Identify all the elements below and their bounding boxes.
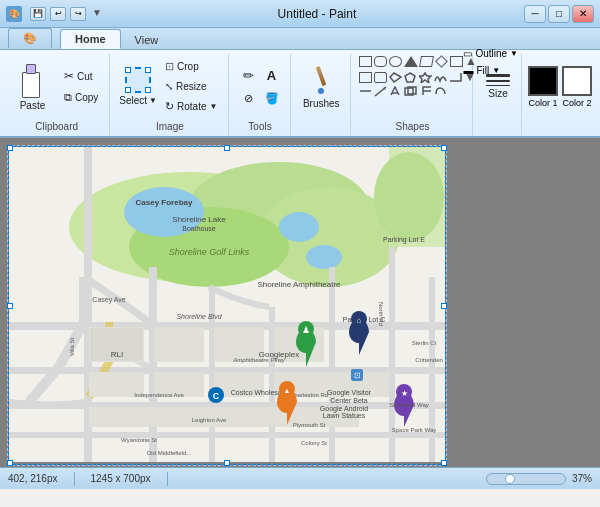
svg-text:Shoreline Golf Links: Shoreline Golf Links: [169, 247, 250, 257]
select-icon: [125, 67, 151, 93]
zoom-controls: 37%: [486, 473, 592, 485]
svg-marker-1: [419, 73, 431, 83]
parallelogram-shape[interactable]: [419, 56, 434, 67]
zoom-value: 37%: [572, 473, 592, 484]
shape2-4[interactable]: [404, 72, 417, 83]
svg-text:Space Park Way: Space Park Way: [392, 427, 436, 433]
svg-text:Center Beta: Center Beta: [330, 397, 367, 404]
fill-button-ribbon[interactable]: ▬ Fill ▼: [459, 63, 522, 78]
svg-text:Shoreline Lake: Shoreline Lake: [172, 215, 226, 224]
cut-button[interactable]: ✂ Cut: [59, 66, 103, 86]
minimize-btn[interactable]: ─: [524, 5, 546, 23]
outline-button[interactable]: ▭ Outline ▼: [459, 46, 522, 61]
brushes-label: Brushes: [303, 98, 340, 109]
rounded-rect-shape[interactable]: [374, 56, 387, 67]
resize-handle-rc[interactable]: [441, 303, 447, 309]
resize-handle-tc[interactable]: [224, 145, 230, 151]
pencil-button[interactable]: ✏: [239, 65, 259, 85]
copy-button[interactable]: ⧉ Copy: [59, 88, 103, 107]
svg-rect-34: [154, 327, 204, 362]
svg-text:♟: ♟: [302, 325, 310, 335]
svg-text:Googleplex: Googleplex: [259, 350, 299, 359]
svg-text:RLI: RLI: [111, 350, 123, 359]
svg-text:Leighton Ave: Leighton Ave: [192, 417, 227, 423]
canvas-area: 1 Shoreline Blvd Villa St Amphitheatre P…: [0, 138, 600, 467]
tools-content: ✏ A ⊘ 🪣: [237, 54, 284, 119]
outline-icon: ▭: [463, 48, 472, 59]
zoom-slider[interactable]: [486, 473, 566, 485]
shapes-row3: [359, 86, 477, 97]
svg-text:Casey Forebay: Casey Forebay: [136, 198, 193, 207]
image-label: Image: [118, 119, 221, 134]
color2-label: Color 2: [562, 98, 591, 108]
shape3-2[interactable]: [374, 86, 387, 97]
paint-button[interactable]: 🎨: [8, 28, 52, 48]
triangle-shape[interactable]: [404, 56, 418, 67]
color1-swatch[interactable]: [528, 66, 558, 96]
shape3-3[interactable]: [389, 86, 402, 97]
select-button[interactable]: Select ▼: [118, 57, 158, 117]
color2-swatch[interactable]: [562, 66, 592, 96]
color2-group: Color 2: [562, 66, 592, 108]
shape2-2[interactable]: [374, 72, 387, 83]
rotate-button[interactable]: ↻ Rotate ▼: [160, 97, 222, 116]
svg-text:⌂: ⌂: [357, 316, 362, 325]
shape3-6[interactable]: [434, 86, 447, 97]
fill-button[interactable]: 🪣: [262, 88, 282, 108]
tools-grid: ✏ A ⊘ 🪣: [239, 65, 282, 108]
brushes-button[interactable]: Brushes: [299, 57, 344, 117]
undo-quick-btn[interactable]: ↩: [50, 7, 66, 21]
svg-text:Shoreline Amphitheatre: Shoreline Amphitheatre: [257, 280, 341, 289]
resize-handle-br[interactable]: [441, 460, 447, 466]
image-content: Select ▼ ⊡ Crop ⤡ Resize ↻ Rotate ▼: [118, 54, 221, 119]
fill-arrow: ▼: [492, 66, 500, 75]
text-button[interactable]: A: [262, 65, 282, 85]
eraser-button[interactable]: ⊘: [239, 88, 259, 108]
tab-home[interactable]: Home: [60, 29, 121, 49]
tab-view[interactable]: View: [121, 31, 173, 49]
svg-point-16: [306, 245, 342, 269]
resize-handle-tl[interactable]: [7, 145, 13, 151]
clipboard-content: Paste ✂ Cut ⧉ Copy: [10, 54, 103, 119]
shape2-1[interactable]: [359, 72, 372, 83]
svg-point-15: [279, 212, 319, 242]
shape3-5[interactable]: [419, 86, 432, 97]
app-icon: 🎨: [6, 6, 22, 22]
resize-handle-bl[interactable]: [7, 460, 13, 466]
maximize-btn[interactable]: □: [548, 5, 570, 23]
close-btn[interactable]: ✕: [572, 5, 594, 23]
diamond-shape[interactable]: [435, 56, 448, 67]
paint-canvas[interactable]: 1 Shoreline Blvd Villa St Amphitheatre P…: [8, 146, 446, 465]
paste-label: Paste: [20, 100, 46, 111]
shape2-3[interactable]: [389, 72, 402, 83]
rotate-icon: ↻: [165, 100, 174, 113]
svg-text:Old Middlefield...: Old Middlefield...: [147, 450, 192, 456]
svg-text:Colony St: Colony St: [301, 440, 327, 446]
pencil-icon: ✏: [243, 68, 254, 83]
svg-text:Casey Ave: Casey Ave: [92, 296, 125, 304]
clipboard-small-btns: ✂ Cut ⧉ Copy: [59, 66, 103, 107]
shape3-1[interactable]: [359, 86, 372, 97]
resize-handle-tr[interactable]: [441, 145, 447, 151]
resize-button[interactable]: ⤡ Resize: [160, 78, 222, 95]
tools-group: ✏ A ⊘ 🪣 Tools: [231, 54, 291, 136]
ellipse-shape[interactable]: [389, 56, 402, 67]
shape2-6[interactable]: [434, 72, 447, 83]
redo-quick-btn[interactable]: ↪: [70, 7, 86, 21]
svg-rect-29: [9, 432, 445, 438]
shape3-4[interactable]: [404, 86, 417, 97]
shapes-label: Shapes: [359, 119, 466, 134]
resize-handle-bc[interactable]: [224, 460, 230, 466]
zoom-thumb[interactable]: [505, 474, 515, 484]
resize-icon: ⤡: [165, 81, 173, 92]
outline-fill-area: ▭ Outline ▼ ▬ Fill ▼: [459, 46, 522, 78]
save-quick-btn[interactable]: 💾: [30, 7, 46, 21]
paste-button[interactable]: Paste: [10, 57, 55, 117]
shape2-5[interactable]: [419, 72, 432, 83]
tools-label: Tools: [237, 119, 284, 134]
color-group: Color 1 Color 2 Colors: [524, 54, 596, 136]
quick-dropdown[interactable]: ▼: [92, 7, 102, 21]
rect-shape[interactable]: [359, 56, 372, 67]
resize-handle-lc[interactable]: [7, 303, 13, 309]
crop-button[interactable]: ⊡ Crop: [160, 57, 222, 76]
